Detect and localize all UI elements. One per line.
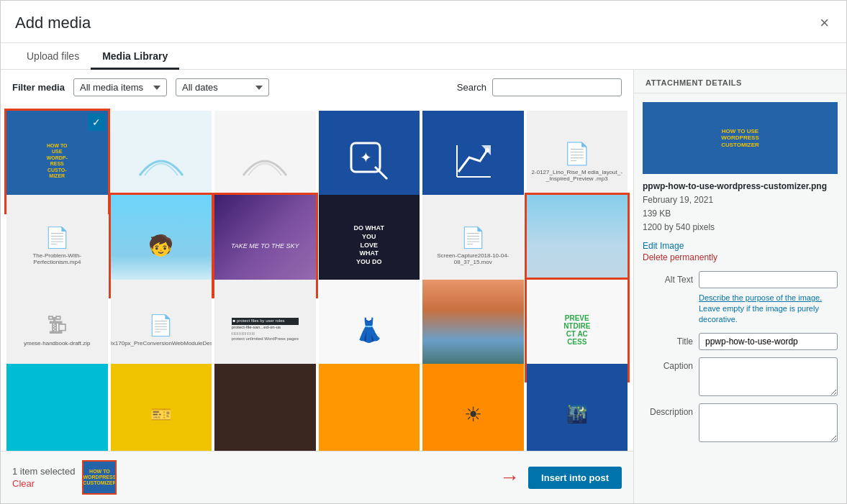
media-item[interactable]: ✓ xyxy=(214,364,316,451)
check-badge: ✓ xyxy=(88,114,105,131)
edit-image-link[interactable]: Edit Image xyxy=(643,241,838,251)
sidebar-content: HOW TO USEWORDPRESSCUSTOMIZER ppwp-how-t… xyxy=(634,93,846,503)
insert-into-post-button[interactable]: Insert into post xyxy=(528,467,622,489)
caption-input[interactable] xyxy=(699,357,838,396)
search-label: Search xyxy=(457,82,486,93)
title-input[interactable] xyxy=(699,333,838,350)
add-media-dialog: Add media × Upload files Media Library F… xyxy=(0,0,847,504)
date-filter[interactable]: All dates February 2021 March 2020 xyxy=(176,78,269,96)
dialog-title: Add media xyxy=(15,14,91,32)
media-item[interactable]: ✓ xyxy=(319,364,420,451)
search-area: Search xyxy=(457,78,622,96)
media-item[interactable]: ✓ xyxy=(6,364,108,451)
selection-count: 1 item selected xyxy=(12,466,75,477)
svg-line-1 xyxy=(375,167,387,179)
media-section: Filter media All media items Images Audi… xyxy=(1,70,634,503)
attachment-filename: ppwp-how-to-use-wordpress-customizer.png xyxy=(643,181,838,191)
clear-selection-link[interactable]: Clear xyxy=(12,478,75,489)
arrow-indicator: → xyxy=(499,466,520,489)
search-input[interactable] xyxy=(492,78,622,96)
attachment-preview: HOW TO USEWORDPRESSCUSTOMIZER xyxy=(643,102,838,174)
media-grid: HOW TOUSEWORDP-RESSCUSTO-MIZER ✓ ✓ xyxy=(1,105,633,451)
description-input[interactable] xyxy=(699,403,838,442)
dialog-body: Filter media All media items Images Audi… xyxy=(1,70,846,503)
attachment-sidebar: ATTACHMENT DETAILS HOW TO USEWORDPRESSCU… xyxy=(634,70,846,503)
tab-media-library[interactable]: Media Library xyxy=(91,43,179,70)
media-item[interactable]: ☀ ✓ xyxy=(422,364,524,451)
alt-text-input[interactable] xyxy=(699,271,838,288)
tab-upload-files[interactable]: Upload files xyxy=(15,43,91,70)
media-item[interactable]: 🎫 ✓ xyxy=(111,364,212,451)
selected-item-preview: HOW TOWORDPRESSCUSTOMIZER xyxy=(82,460,117,495)
alt-text-field-row: Alt Text Describe the purpose of the ima… xyxy=(643,271,838,326)
description-label: Description xyxy=(643,403,693,417)
attachment-meta: February 19, 2021 139 KB 1200 by 540 pix… xyxy=(643,193,838,235)
title-label: Title xyxy=(643,333,693,347)
svg-text:✦: ✦ xyxy=(359,150,371,165)
attachment-details-header: ATTACHMENT DETAILS xyxy=(634,70,846,93)
dialog-header: Add media × xyxy=(1,1,846,43)
description-field-row: Description xyxy=(643,403,838,442)
filter-bar: Filter media All media items Images Audi… xyxy=(1,70,633,105)
filter-label: Filter media xyxy=(12,82,65,93)
caption-field-row: Caption xyxy=(643,357,838,396)
alt-text-label: Alt Text xyxy=(643,271,693,285)
title-field-row: Title xyxy=(643,333,838,350)
media-type-filter[interactable]: All media items Images Audio Video xyxy=(73,78,167,96)
close-button[interactable]: × xyxy=(817,12,832,34)
delete-permanently-link[interactable]: Delete permanently xyxy=(643,252,838,262)
media-item[interactable]: 🌃 ✓ xyxy=(527,364,628,451)
caption-label: Caption xyxy=(643,357,693,371)
alt-text-help: Describe the purpose of the image. Leave… xyxy=(699,293,838,326)
bottom-bar: 1 item selected Clear HOW TOWORDPRESSCUS… xyxy=(1,451,633,503)
dialog-tabs: Upload files Media Library xyxy=(1,43,846,70)
